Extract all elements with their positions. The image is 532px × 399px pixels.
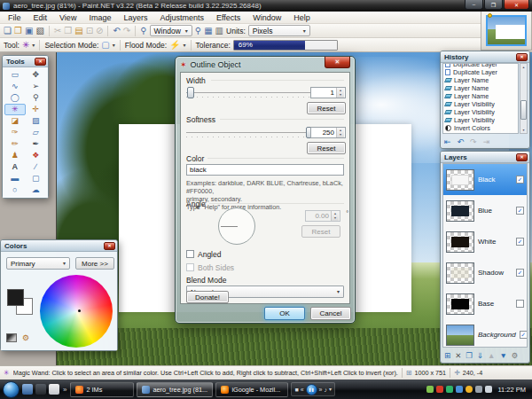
quick-launch-icon[interactable] <box>49 384 59 395</box>
zoom-mode-dropdown[interactable]: Window ▾ <box>150 25 192 36</box>
merge-down-icon[interactable]: ⇓ <box>477 351 483 360</box>
tool-clone-stamp[interactable]: ♟ <box>4 150 26 161</box>
menu-file[interactable]: File <box>2 13 27 22</box>
scroll-up-icon[interactable]: ▴ <box>522 65 524 69</box>
softness-slider[interactable] <box>186 127 316 138</box>
width-slider-thumb[interactable] <box>187 87 194 98</box>
layers-panel-titlebar[interactable]: Layers ✕ <box>441 152 529 163</box>
width-reset-button[interactable]: Reset <box>307 102 346 114</box>
cancel-button[interactable]: Cancel <box>310 307 351 320</box>
history-scrollbar-thumb[interactable] <box>520 100 527 120</box>
width-input[interactable]: 1 ▴▾ <box>310 87 346 98</box>
color-input[interactable]: black <box>186 164 344 176</box>
cut-icon[interactable]: ✂ <box>54 27 61 35</box>
layer-row-blue[interactable]: Blue ✓ <box>443 195 527 226</box>
layer-row-black[interactable]: Black ✓ <box>443 164 527 195</box>
angle-dial[interactable] <box>218 207 255 245</box>
close-icon[interactable]: ✕ <box>516 153 528 161</box>
chevron-down-icon[interactable]: ▾ <box>113 43 115 48</box>
spinner-icon[interactable]: ▴▾ <box>336 128 344 137</box>
open-icon[interactable]: ❒ <box>14 27 22 35</box>
taskbar-item-ims[interactable]: 2 IMs <box>70 382 134 397</box>
tool-lasso-select[interactable]: ∿ <box>4 81 26 92</box>
donate-button[interactable]: Donate! <box>186 291 229 303</box>
tray-icon[interactable] <box>466 386 473 393</box>
next-track-icon[interactable]: » <box>319 387 323 393</box>
print-icon[interactable]: ▧ <box>35 27 43 35</box>
menu-effects[interactable]: Effects <box>210 13 246 22</box>
layer-row-white[interactable]: White ✓ <box>443 226 527 257</box>
magic-wand-icon[interactable]: ✳ <box>22 41 29 50</box>
close-button[interactable]: ✕ <box>504 0 529 10</box>
stop-icon[interactable]: ■ <box>294 387 298 393</box>
dialog-titlebar[interactable]: ✶ Outline Object ✕ <box>176 57 355 72</box>
width-slider[interactable] <box>186 87 316 98</box>
redo-icon[interactable]: ↷ <box>470 137 477 146</box>
layer-row-shadow[interactable]: Shadow ✓ <box>443 257 527 288</box>
duplicate-layer-icon[interactable]: ❐ <box>466 351 473 360</box>
tolerance-slider[interactable]: 69% <box>233 40 338 51</box>
ok-button[interactable]: OK <box>264 307 305 320</box>
zoom-region-icon[interactable]: ⚲ <box>195 27 201 35</box>
tool-rectangle[interactable]: ▬ <box>4 173 26 184</box>
tool-ellipse-select[interactable]: ◯ <box>4 92 26 104</box>
menu-layers[interactable]: Layers <box>117 13 153 22</box>
add-layer-icon[interactable]: ⊞ <box>444 351 450 360</box>
layer-visible-checkbox[interactable]: ✓ <box>516 176 524 184</box>
close-icon[interactable]: ✕ <box>104 242 115 250</box>
network-icon[interactable] <box>475 386 482 393</box>
close-icon[interactable]: ✕ <box>516 53 528 61</box>
menu-edit[interactable]: Edit <box>27 13 54 22</box>
tool-recolor[interactable]: ❖ <box>26 150 47 161</box>
layer-properties-icon[interactable]: ⚙ <box>512 351 519 360</box>
layer-visible-checkbox[interactable] <box>516 300 524 308</box>
move-layer-up-icon[interactable]: ▲ <box>488 351 495 360</box>
tool-gradient[interactable]: ▨ <box>26 115 47 127</box>
tool-rectangle-select[interactable]: ▭ <box>4 69 26 81</box>
layer-visible-checkbox[interactable]: ✓ <box>516 269 524 277</box>
more-colors-button[interactable]: More >> <box>75 257 114 270</box>
softness-input[interactable]: 250 ▴▾ <box>310 127 346 138</box>
history-item[interactable]: Duplicate Layer <box>443 68 518 76</box>
angled-checkbox[interactable] <box>186 250 194 258</box>
ruler-icon[interactable]: ▥ <box>215 27 223 35</box>
redo-icon[interactable]: ↷ <box>123 27 130 35</box>
menu-image[interactable]: Image <box>82 13 117 22</box>
layer-visible-checkbox[interactable]: ✓ <box>516 238 524 246</box>
history-panel-titlebar[interactable]: History ✕ <box>441 51 529 63</box>
scroll-down-icon[interactable]: ▾ <box>522 128 524 132</box>
menu-view[interactable]: View <box>53 13 82 22</box>
tool-zoom[interactable]: ⚲ <box>26 92 47 104</box>
palette-icon[interactable]: ⚙ <box>22 333 29 342</box>
save-icon[interactable]: ▣ <box>25 27 33 35</box>
move-layer-down-icon[interactable]: ▼ <box>499 351 506 360</box>
volume-tray-icon[interactable] <box>485 386 492 393</box>
layer-row-base[interactable]: Base <box>443 288 527 319</box>
chevron-down-icon[interactable]: ▾ <box>184 43 186 48</box>
new-icon[interactable]: ❏ <box>4 27 12 35</box>
tray-icon[interactable] <box>426 386 434 393</box>
history-list[interactable]: Duplicate Layer Duplicate Layer Layer Na… <box>442 63 519 134</box>
tool-text[interactable]: A <box>4 161 26 173</box>
tool-move-selection[interactable]: ✥ <box>26 69 47 81</box>
history-scrollbar[interactable]: ▴ ▾ <box>520 63 528 134</box>
tray-icon[interactable] <box>436 386 443 393</box>
selection-mode-icon[interactable]: ▢ <box>101 41 109 50</box>
tray-icon[interactable] <box>456 386 463 393</box>
history-item[interactable]: Layer Visibility <box>443 108 518 116</box>
tool-pencil[interactable]: ✏ <box>4 138 26 150</box>
softness-reset-button[interactable]: Reset <box>307 142 346 154</box>
previous-track-icon[interactable]: « <box>301 387 304 393</box>
taskbar-item-paintdotnet[interactable]: aero_tree.jpg (81... <box>137 382 213 397</box>
tool-line-curve[interactable]: ∕ <box>26 161 47 173</box>
units-dropdown[interactable]: Pixels ▾ <box>248 25 310 36</box>
undo-icon[interactable]: ↶ <box>458 137 465 146</box>
primary-color-swatch[interactable] <box>7 289 24 306</box>
menu-adjustments[interactable]: Adjustments <box>153 13 210 22</box>
tool-magic-wand[interactable]: ✳ <box>4 104 26 115</box>
tool-freeform-shape[interactable]: ☁ <box>26 184 47 196</box>
color-wheel[interactable] <box>40 275 113 348</box>
tool-paint-bucket[interactable]: ◪ <box>4 115 26 127</box>
pause-icon[interactable]: ❚❚ <box>306 384 317 395</box>
tray-icon[interactable] <box>446 386 453 393</box>
